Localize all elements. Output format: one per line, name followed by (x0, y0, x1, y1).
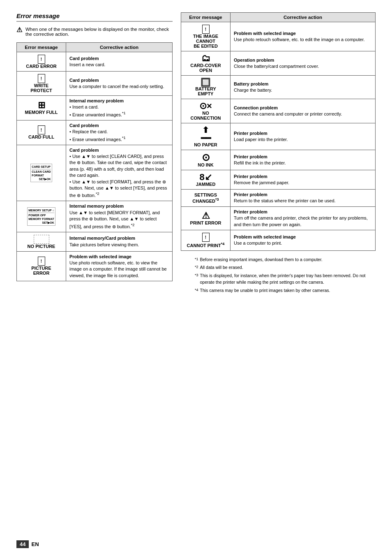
action-cell: Problem with selected image Use a comput… (231, 230, 376, 250)
card-error-label: CARD ERROR (18, 64, 64, 69)
right-column: Error message Corrective action ! THE IM… (181, 12, 376, 295)
action-body: Charge the battery. (234, 87, 372, 93)
no-picture-icon-area (18, 235, 64, 244)
error-cell: 8↙ JAMMED (181, 170, 231, 190)
settings-changed-label: SETTINGSCHANGED*3 (183, 192, 228, 204)
error-cell: ! CANNOT PRINT*4 (181, 230, 231, 250)
action-body: Close the battery/card compartment cover… (234, 63, 372, 69)
no-ink-icon: ⊙ (202, 153, 210, 162)
page-number-area: 44 EN (16, 540, 39, 548)
no-paper-icon: ⬆━━ (201, 126, 211, 142)
battery-empty-icon: 🔲 (201, 78, 211, 86)
error-cell: ⊙× NOCONNECTION (181, 99, 231, 123)
action-title: Problem with selected image (234, 234, 372, 240)
action-cell: Card problem • Use ▲▼ to select [CLEAN C… (66, 145, 173, 201)
action-title: Battery problem (234, 81, 372, 87)
action-title: Problem with selected image (234, 30, 372, 37)
cannot-print-label: CANNOT PRINT*4 (183, 242, 228, 248)
table-row: ⊞ MEMORY FULL Internal memory problem • … (17, 96, 173, 120)
action-body: Use a computer to cancel the read-only s… (69, 83, 169, 90)
card-cover-open-icon-area: 🗂 (183, 54, 228, 63)
action-body: Load paper into the printer. (234, 137, 372, 143)
card-setup-menu-icon: CARD SETUP CLEAN CARD FORMAT SET▶OK (30, 164, 52, 182)
error-cell: SETTINGSCHANGED*3 (181, 190, 231, 207)
footnote-3: *3 This is displayed, for instance, when… (195, 273, 376, 286)
left-col2-header: Corrective action (66, 43, 173, 52)
action-cell: Internal memory problem Use ▲▼ to select… (66, 201, 173, 232)
picture-error-icon-area: ! (18, 257, 64, 266)
card-cover-open-icon: 🗂 (201, 54, 210, 63)
table-row: 🔲 BATTERYEMPTY Battery problem Charge th… (181, 76, 376, 99)
image-cannot-be-edited-icon-area: ! (183, 25, 228, 34)
footnotes: *1 Before erasing important images, down… (195, 257, 376, 294)
table-row: ⊙ NO INK Printer problem Refill the ink … (181, 150, 376, 170)
memory-full-label: MEMORY FULL (18, 110, 64, 115)
action-cell: Printer problem Refill the ink in the pr… (231, 150, 376, 170)
left-error-table: Error message Corrective action ! CARD E… (16, 42, 173, 281)
action-title: Operation problem (234, 57, 372, 63)
action-cell: Internal memory/Card problem Take pictur… (66, 232, 173, 251)
action-cell: Card problem Insert a new card. (66, 52, 173, 72)
intro-text: When one of the messages below is displa… (25, 27, 173, 37)
write-protect-label: WRITEPROTECT (18, 83, 64, 93)
right-col2-header: Corrective action (231, 13, 376, 22)
action-body: Use ▲▼ to select [MEMORY FORMAT], and pr… (69, 210, 169, 230)
intro-note: ⚠ When one of the messages below is disp… (16, 27, 173, 37)
error-cell: ! PICTUREERROR (17, 251, 66, 281)
page-number: 44 (16, 540, 29, 548)
footnote-2-text: All data will be erased. (200, 264, 243, 271)
battery-empty-label: BATTERYEMPTY (183, 86, 228, 96)
action-body: Use photo retouch software, etc. to view… (69, 260, 169, 279)
footnote-3-text: This is displayed, for instance, when th… (200, 273, 376, 286)
action-cell: Problem with selected image Use photo re… (66, 251, 173, 281)
jammed-icon-area: 8↙ (183, 173, 228, 182)
write-protect-icon: ! (38, 74, 45, 83)
error-cell: ⊙ NO INK (181, 150, 231, 170)
action-cell: Card problem Use a computer to cancel th… (66, 72, 173, 96)
action-body: • Use ▲▼ to select [CLEAN CARD], and pre… (69, 153, 169, 199)
table-row: 8↙ JAMMED Printer problem Remove the jam… (181, 170, 376, 190)
action-title: Card problem (69, 123, 169, 129)
write-protect-icon-area: ! (18, 74, 64, 83)
action-title: Card problem (69, 147, 169, 153)
action-cell: Printer problem Load paper into the prin… (231, 123, 376, 150)
no-paper-label: NO PAPER (183, 142, 228, 147)
error-cell: 🗂 CARD-COVEROPEN (181, 51, 231, 76)
table-row: CARD SETUP CLEAN CARD FORMAT SET▶OK Card… (17, 145, 173, 201)
error-cell: 🔲 BATTERYEMPTY (181, 76, 231, 99)
left-col1-header: Error message (17, 43, 66, 52)
action-body: Return to the status where the printer c… (234, 198, 372, 204)
cannot-print-icon: ! (202, 233, 210, 242)
footnote-4: *4 This camera may be unable to print im… (195, 287, 376, 294)
main-layout: Error message ⚠ When one of the messages… (16, 12, 376, 295)
card-error-icon-area: ! (18, 55, 64, 64)
action-body: • Insert a card.• Erase unwanted images.… (69, 104, 169, 118)
battery-empty-icon-area: 🔲 (183, 78, 228, 86)
cannot-print-icon-area: ! (183, 233, 228, 242)
card-setup-icon-area: CARD SETUP CLEAN CARD FORMAT SET▶OK (18, 164, 64, 182)
footnote-3-ref: *3 (195, 273, 198, 286)
picture-error-label: PICTUREERROR (18, 266, 64, 276)
memory-setup-icon-area: MEMORY SETUP ○ POWER OFF MEMORY FORMAT S… (18, 207, 64, 226)
action-title: Problem with selected image (69, 254, 169, 260)
action-cell: Problem with selected image Use photo re… (231, 22, 376, 51)
card-full-icon: ! (38, 125, 45, 134)
section-title: Error message (16, 12, 173, 22)
action-cell: Printer problem Remove the jammed paper. (231, 170, 376, 190)
card-error-icon: ! (38, 55, 45, 64)
card-full-label: CARD FULL (18, 134, 64, 139)
jammed-label: JAMMED (183, 182, 228, 187)
note-icon: ⚠ (16, 26, 22, 34)
page-suffix: EN (31, 541, 39, 547)
memory-full-icon-area: ⊞ (18, 101, 64, 110)
error-cell: NO PICTURE (17, 232, 66, 251)
error-cell: ! CARD FULL (17, 120, 66, 145)
action-body: Insert a new card. (69, 62, 169, 68)
no-ink-icon-area: ⊙ (183, 153, 228, 162)
print-error-icon-area: ⚠ (183, 211, 228, 220)
action-title: Connection problem (234, 105, 372, 111)
table-row: ! THE IMAGECANNOTBE EDITED Problem with … (181, 22, 376, 51)
table-row: ! WRITEPROTECT Card problem Use a comput… (17, 72, 173, 96)
action-title: Internal memory problem (69, 98, 169, 104)
error-cell: MEMORY SETUP ○ POWER OFF MEMORY FORMAT S… (17, 201, 66, 232)
